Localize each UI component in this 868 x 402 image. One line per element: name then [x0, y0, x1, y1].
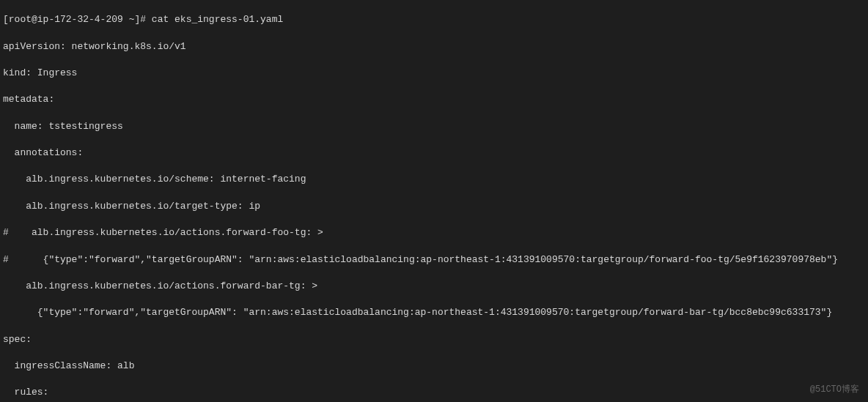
terminal-line: # alb.ingress.kubernetes.io/actions.forw…	[3, 226, 865, 239]
terminal-line: alb.ingress.kubernetes.io/scheme: intern…	[3, 173, 865, 186]
terminal-line: alb.ingress.kubernetes.io/target-type: i…	[3, 200, 865, 213]
terminal-line: spec:	[3, 333, 865, 346]
terminal-line: kind: Ingress	[3, 67, 865, 80]
terminal-line: rules:	[3, 386, 865, 399]
terminal-output: [root@ip-172-32-4-209 ~]# cat eks_ingres…	[0, 0, 868, 402]
terminal-line: # {"type":"forward","targetGroupARN": "a…	[3, 253, 865, 267]
watermark-label: @51CTO博客	[810, 384, 859, 396]
terminal-line: alb.ingress.kubernetes.io/actions.forwar…	[3, 280, 865, 293]
terminal-line: ingressClassName: alb	[3, 360, 865, 373]
terminal-line: apiVersion: networking.k8s.io/v1	[3, 40, 865, 53]
terminal-line: annotations:	[3, 146, 865, 160]
terminal-line: [root@ip-172-32-4-209 ~]# cat eks_ingres…	[3, 13, 865, 26]
terminal-line: metadata:	[3, 93, 865, 106]
terminal-line: {"type":"forward","targetGroupARN": "arn…	[3, 306, 865, 319]
terminal-line: name: tstestingress	[3, 120, 865, 133]
